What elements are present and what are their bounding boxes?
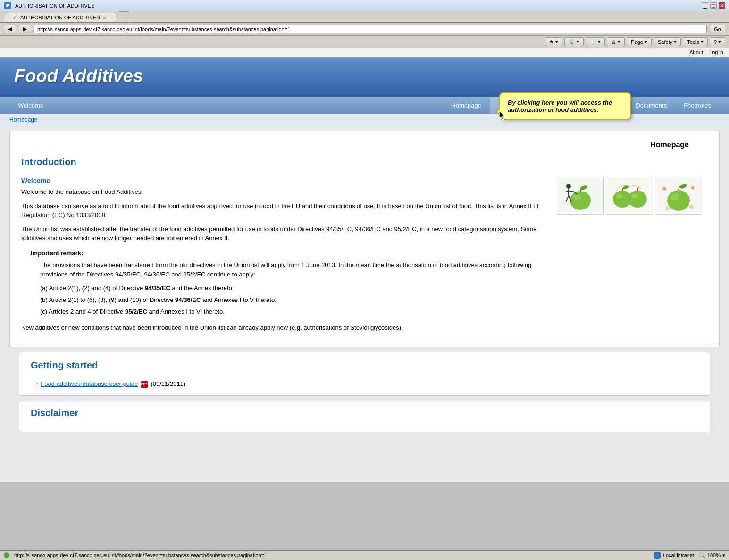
- history-button[interactable]: 🕐 ▾: [586, 37, 605, 46]
- title-bar: IE AUTHORISATION OF ADDITIVES _ □ ✕: [0, 0, 729, 11]
- maximize-button[interactable]: □: [710, 2, 717, 9]
- intro-para2: This database can serve as a tool to inf…: [21, 201, 547, 220]
- address-bar[interactable]: http://s-sanco-apps-dev-cf7.sanco.cec.eu…: [34, 25, 707, 33]
- intro-images-column: [557, 177, 708, 337]
- svg-point-20: [667, 190, 690, 211]
- remark-body: The provisions that have been transferre…: [40, 260, 547, 317]
- introduction-layout: Welcome Welcome to the database on Food …: [21, 177, 708, 337]
- site-title: Food Additives: [14, 66, 715, 86]
- svg-point-21: [671, 194, 679, 201]
- svg-point-5: [566, 184, 571, 189]
- tools-button[interactable]: Tools ▾: [683, 37, 708, 46]
- guide-date: (09/11/2011): [151, 380, 185, 387]
- header-banner: Food Additives: [0, 58, 729, 97]
- window-title: AUTHORISATION OF ADDITIVES: [15, 3, 698, 8]
- nav-homepage[interactable]: Homepage: [443, 97, 490, 114]
- top-links-bar: About Log in: [0, 48, 729, 57]
- pdf-icon: PDF: [141, 381, 148, 388]
- nav-welcome[interactable]: Welcome: [9, 97, 52, 114]
- ie-toolbar: ★ ▾ 📡 ▾ 🕐 ▾ 🖨 ▾ Page ▾ Safety ▾ Tools ▾ …: [0, 36, 729, 48]
- getting-started-container: Getting started + Food additives databas…: [9, 352, 720, 396]
- fruit-image-3: [655, 177, 702, 215]
- getting-started-link-item: + Food additives database user guide PDF…: [35, 380, 698, 388]
- getting-started-title: Getting started: [31, 360, 698, 373]
- welcome-heading: Welcome: [21, 177, 547, 184]
- introduction-title: Introduction: [21, 157, 708, 169]
- intro-para4: New additives or new conditions that hav…: [21, 323, 547, 333]
- page-button[interactable]: Page ▾: [627, 37, 652, 46]
- nav-documents[interactable]: Documents: [627, 97, 675, 114]
- fruit-image-2: [606, 177, 653, 215]
- svg-point-24: [663, 187, 666, 190]
- getting-started-section: Getting started + Food additives databas…: [19, 352, 710, 396]
- remark-a: (a) Article 2(1), (2) and (4) of Directi…: [40, 284, 547, 293]
- print-button[interactable]: 🖨 ▾: [607, 37, 625, 46]
- disclaimer-section: Disclaimer: [19, 401, 710, 432]
- svg-point-27: [689, 205, 693, 209]
- remark-line1: The provisions that have been transferre…: [40, 260, 547, 280]
- introduction-text: Welcome Welcome to the database on Food …: [21, 177, 547, 337]
- remark-c: (c) Articles 2 and 4 of Directive 95/2/E…: [40, 307, 547, 317]
- forward-button[interactable]: ▶: [19, 25, 31, 33]
- disclaimer-title: Disclaimer: [31, 408, 698, 420]
- nav-additives-wrapper: Additives By clicking here you will acce…: [490, 97, 535, 114]
- back-button[interactable]: ◀: [4, 25, 16, 33]
- feeds-button[interactable]: 📡 ▾: [564, 37, 584, 46]
- svg-point-2: [573, 194, 581, 200]
- remark-b: (b) Article 2(1) to (6), (8), (9) and (1…: [40, 295, 547, 305]
- page-section-title: Homepage: [21, 141, 708, 149]
- tab-favicon: ⊙: [14, 15, 17, 20]
- minimize-button[interactable]: _: [702, 2, 708, 9]
- help-button[interactable]: ? ▾: [710, 37, 725, 46]
- important-remark-block: Important remark: The provisions that ha…: [31, 250, 547, 317]
- tab-close-button[interactable]: ✕: [102, 15, 106, 20]
- address-bar-area: ◀ ▶ http://s-sanco-apps-dev-cf7.sanco.ce…: [0, 23, 729, 36]
- nav-bar: Welcome Homepage Additives By clicking h…: [0, 97, 729, 114]
- intro-para1: Welcome to the database on Food Additive…: [21, 187, 547, 197]
- go-button[interactable]: Go: [710, 25, 725, 33]
- additives-tooltip: By clicking here you will access the aut…: [499, 92, 631, 120]
- browser-icon: IE: [4, 2, 11, 9]
- disclaimer-container: Disclaimer: [9, 401, 720, 432]
- user-guide-link[interactable]: Food additives database user guide: [41, 380, 138, 387]
- svg-point-17: [631, 194, 638, 199]
- intro-para3: The Union list was established after the…: [21, 225, 547, 243]
- about-link[interactable]: About: [689, 50, 703, 55]
- favorites-button[interactable]: ★ ▾: [545, 37, 562, 46]
- safety-button[interactable]: Safety ▾: [654, 37, 681, 46]
- image-row: [557, 177, 702, 215]
- tab-label: AUTHORISATION OF ADDITIVES: [20, 15, 100, 20]
- login-link[interactable]: Log in: [709, 50, 723, 55]
- svg-point-16: [628, 191, 647, 208]
- breadcrumb-homepage[interactable]: Homepage: [9, 117, 37, 123]
- important-remark-title: Important remark:: [31, 250, 547, 257]
- fruit-image-1: [557, 177, 604, 215]
- nav-footnotes[interactable]: Footnotes: [675, 97, 720, 114]
- svg-point-1: [570, 191, 591, 210]
- close-button[interactable]: ✕: [719, 2, 725, 9]
- new-tab-button[interactable]: +: [118, 11, 129, 22]
- svg-point-13: [616, 194, 623, 199]
- svg-point-28: [665, 206, 670, 211]
- tab-bar: ⊙ AUTHORISATION OF ADDITIVES ✕ +: [0, 11, 729, 23]
- svg-point-26: [692, 187, 694, 189]
- main-content-area: Homepage Introduction Welcome Welcome to…: [9, 131, 720, 347]
- browser-tab[interactable]: ⊙ AUTHORISATION OF ADDITIVES ✕: [4, 13, 116, 22]
